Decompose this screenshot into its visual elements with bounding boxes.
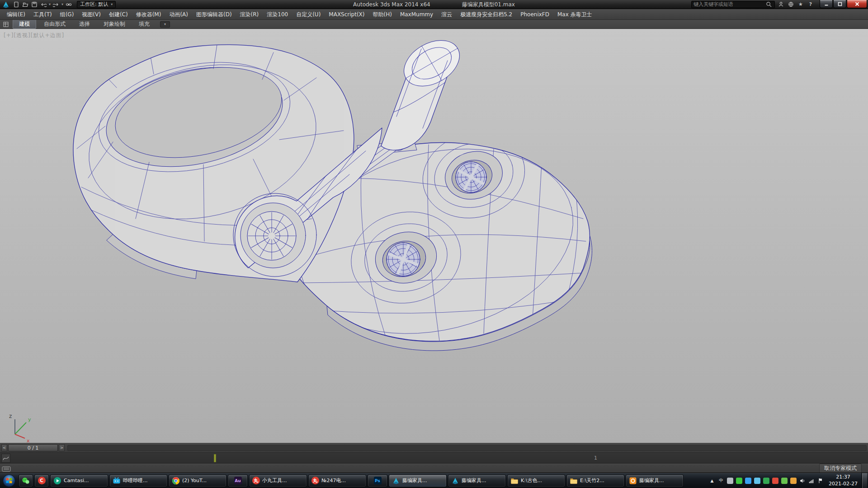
help-icon[interactable]: ? bbox=[807, 1, 815, 8]
taskbar-app-recorder[interactable]: 藤编家具... bbox=[626, 474, 684, 487]
new-scene-button[interactable] bbox=[12, 0, 21, 9]
taskbar-app-folder-k[interactable]: K:\古色... bbox=[507, 474, 565, 487]
undo-dropdown-icon[interactable]: ▾ bbox=[48, 2, 52, 6]
menu-item-18[interactable]: Max 杀毒卫士 bbox=[553, 9, 596, 20]
taskbar-app-chrome-youtube[interactable]: (2) YouT... bbox=[169, 474, 226, 487]
menu-item-14[interactable]: MaxMummy bbox=[396, 9, 437, 20]
show-desktop-button[interactable] bbox=[862, 473, 867, 488]
taskbar-app-bilibili[interactable]: 哔哩哔哩... bbox=[109, 474, 167, 487]
menu-item-4[interactable]: 视图(V) bbox=[78, 9, 105, 20]
ime-language-icon[interactable]: 中 bbox=[717, 477, 725, 485]
axis-y-label: y bbox=[28, 417, 31, 422]
search-input[interactable] bbox=[693, 1, 764, 7]
taskbar-pinned-red-c[interactable]: C bbox=[34, 474, 49, 487]
taskbar-app-xiaowan-247[interactable]: 丸№247电... bbox=[308, 474, 366, 487]
mail-tray-icon[interactable] bbox=[789, 477, 797, 485]
ribbon-tab-selection[interactable]: 选择 bbox=[73, 20, 96, 28]
menu-item-15[interactable]: 渲云 bbox=[437, 9, 456, 20]
taskbar-app-folder-e[interactable]: E:\天竹2... bbox=[566, 474, 624, 487]
qq-tray-icon[interactable] bbox=[744, 477, 752, 485]
menu-item-9[interactable]: 渲染(R) bbox=[236, 9, 263, 20]
taskbar-clock[interactable]: 21:37 2021-02-27 bbox=[829, 474, 858, 487]
menu-item-10[interactable]: 渲染100 bbox=[263, 9, 292, 20]
taskbar-pinned-wechat[interactable] bbox=[19, 474, 33, 487]
taskbar-app-3dsmax-doc-2[interactable]: 藤编家具... bbox=[448, 474, 506, 487]
3dsmax-logo-icon[interactable] bbox=[1, 0, 11, 9]
undo-button[interactable] bbox=[39, 0, 48, 9]
menu-item-6[interactable]: 修改器(M) bbox=[132, 9, 165, 20]
sign-in-icon[interactable] bbox=[777, 1, 785, 8]
open-file-button[interactable] bbox=[21, 0, 30, 9]
project-folder-button[interactable] bbox=[64, 0, 73, 9]
taskbar-app-label: №247电... bbox=[321, 477, 346, 484]
cloud-tray-icon[interactable] bbox=[753, 477, 761, 485]
minimize-button[interactable] bbox=[820, 0, 833, 8]
ribbon-tab-populate[interactable]: 填充 bbox=[133, 20, 156, 28]
taskbar-app-3dsmax-doc-1[interactable]: 藤编家具... bbox=[389, 474, 447, 487]
orange-record-icon bbox=[629, 477, 637, 485]
ribbon-tab-object-paint[interactable]: 对象绘制 bbox=[98, 20, 131, 28]
photoshop-icon: Ps bbox=[374, 477, 382, 484]
menu-item-3[interactable]: 组(G) bbox=[56, 9, 78, 20]
viewport-label[interactable]: [+][透视][默认+边面] bbox=[4, 32, 64, 39]
network-icon[interactable] bbox=[807, 477, 816, 485]
favorites-star-icon[interactable]: ★ bbox=[797, 1, 805, 8]
keyboard-shortcut-override-icon[interactable] bbox=[2, 465, 11, 472]
taskbar-app-label: 藤编家具... bbox=[402, 477, 427, 484]
ribbon-tab-freeform[interactable]: 自由形式 bbox=[38, 20, 71, 28]
redo-button[interactable] bbox=[52, 0, 61, 9]
tray-icons: ▲中 bbox=[708, 477, 825, 485]
menu-item-5[interactable]: 创建(C) bbox=[105, 9, 132, 20]
window-controls bbox=[819, 0, 867, 9]
app-title: Autodesk 3ds Max 2014 x64 bbox=[353, 1, 430, 8]
taskbar-app-photoshop[interactable]: Ps bbox=[368, 474, 387, 487]
action-center-icon[interactable] bbox=[816, 477, 825, 485]
music-tray-icon[interactable] bbox=[771, 477, 779, 485]
time-slider-track[interactable] bbox=[67, 445, 867, 451]
ribbon-collapse-button[interactable]: ▾ bbox=[160, 21, 170, 28]
maximize-button[interactable] bbox=[833, 0, 846, 8]
taskbar-app-audition[interactable]: Au bbox=[228, 474, 248, 487]
audition-icon: Au bbox=[234, 477, 242, 484]
menu-item-12[interactable]: MAXScript(X) bbox=[325, 9, 368, 20]
printer-tray-icon[interactable] bbox=[726, 477, 734, 485]
project-folder-icon bbox=[66, 1, 72, 8]
mini-curve-editor-button[interactable] bbox=[1, 454, 10, 463]
previous-frame-button[interactable]: < bbox=[1, 444, 7, 451]
close-button[interactable] bbox=[847, 0, 867, 8]
curve-icon bbox=[3, 455, 9, 461]
menu-item-8[interactable]: 图形编辑器(D) bbox=[192, 9, 236, 20]
perspective-viewport[interactable]: [+][透视][默认+边面] bbox=[0, 29, 868, 443]
menu-item-17[interactable]: PhoenixFD bbox=[516, 9, 553, 20]
workspace-selector[interactable]: 工作区: 默认 ▾ bbox=[77, 1, 116, 8]
taskbar-app-xiaowan-tools[interactable]: 丸小丸工具... bbox=[249, 474, 307, 487]
menu-item-11[interactable]: 自定义(U) bbox=[292, 9, 325, 20]
taskbar-app-camtasia[interactable]: Camtasi... bbox=[50, 474, 108, 487]
menu-item-2[interactable]: 工具(T) bbox=[29, 9, 56, 20]
track-key-marker[interactable] bbox=[214, 454, 216, 462]
menu-item-1[interactable]: 编辑(E) bbox=[3, 9, 29, 20]
menu-item-7[interactable]: 动画(A) bbox=[165, 9, 192, 20]
ribbon-toggle-icon[interactable] bbox=[2, 21, 10, 28]
hidden-icons-arrow[interactable]: ▲ bbox=[708, 477, 716, 485]
new-scene-icon bbox=[13, 1, 19, 8]
wechat-tray-icon[interactable] bbox=[735, 477, 743, 485]
redo-dropdown-icon[interactable]: ▾ bbox=[61, 2, 64, 6]
track-bar[interactable]: 1 bbox=[0, 453, 868, 464]
menu-item-13[interactable]: 帮助(H) bbox=[369, 9, 396, 20]
time-slider-row: < 0 / 1 > bbox=[0, 443, 868, 453]
download-tray-icon[interactable] bbox=[780, 477, 788, 485]
taskbar-app-buttons: Camtasi...哔哩哔哩...(2) YouT...Au丸小丸工具...丸№… bbox=[50, 474, 684, 487]
save-file-button[interactable] bbox=[30, 0, 39, 9]
ribbon-tab-modeling[interactable]: 建模 bbox=[13, 19, 36, 29]
volume-icon[interactable] bbox=[798, 477, 807, 485]
search-icon[interactable] bbox=[764, 1, 773, 8]
cancel-expert-mode-button[interactable]: 取消专家模式 bbox=[819, 464, 862, 473]
communication-center-icon[interactable] bbox=[787, 1, 795, 8]
next-frame-button[interactable]: > bbox=[59, 444, 65, 451]
viewport-canvas[interactable]: z y x bbox=[0, 29, 868, 443]
time-slider-handle[interactable]: 0 / 1 bbox=[8, 444, 58, 451]
security-tray-icon[interactable] bbox=[762, 477, 770, 485]
menu-item-16[interactable]: 极速瘦身安全归档5.2 bbox=[456, 9, 516, 20]
start-button[interactable] bbox=[1, 474, 17, 488]
